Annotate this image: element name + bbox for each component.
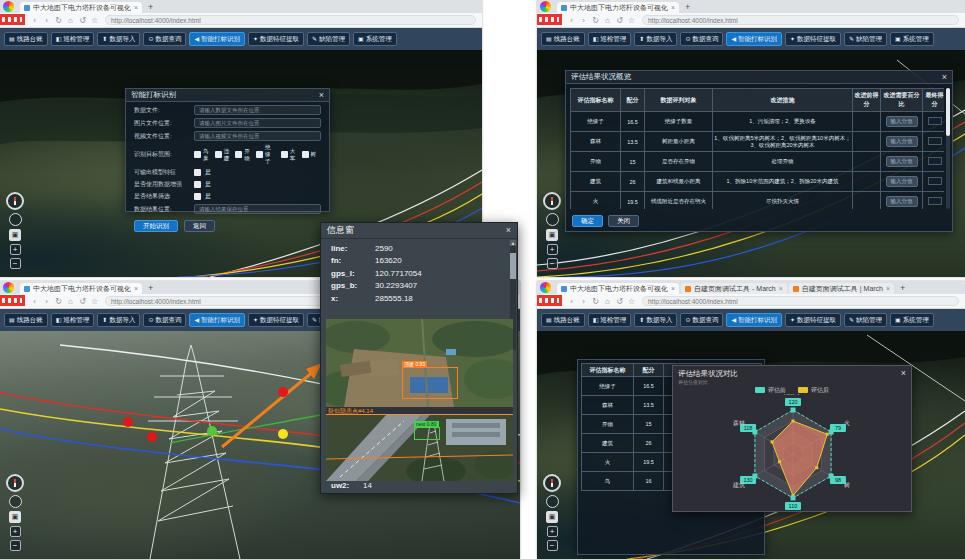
orbit-control[interactable] [9, 213, 22, 226]
toolbar-button-5[interactable]: ◀智能打标识别 [189, 313, 245, 327]
toolbar-button-6[interactable]: ✦数据特征提取 [248, 32, 304, 46]
tab-close-icon[interactable]: × [134, 285, 138, 292]
toolbar-button-3[interactable]: ⬆数据导入 [634, 32, 677, 46]
orbit-control[interactable] [9, 495, 22, 508]
home-icon[interactable]: ⌂ [66, 16, 75, 25]
toolbar-button-1[interactable]: ▤线路台账 [4, 32, 48, 46]
inspection-photo-construction[interactable]: 违建 0.93 [326, 319, 513, 407]
inspection-photo-road[interactable]: nest 0.80 [326, 415, 513, 481]
toolbar-button-1[interactable]: ▤线路台账 [541, 32, 585, 46]
url-bar[interactable]: http://localhost:4000/index.html [105, 15, 476, 25]
toolbar-button-2[interactable]: ◧巡检管理 [588, 32, 632, 46]
browser-profile-icon[interactable] [540, 1, 551, 12]
toolbar-button-6[interactable]: ✦数据特征提取 [248, 313, 304, 327]
undo-icon[interactable]: ↺ [615, 16, 624, 25]
forward-icon[interactable]: › [42, 297, 51, 306]
compass-control[interactable] [6, 474, 24, 492]
toolbar-button-3[interactable]: ⬆数据导入 [634, 313, 677, 327]
toolbar-button-4[interactable]: ⊙数据查询 [143, 313, 186, 327]
confirm-button[interactable]: 确定 [572, 215, 603, 227]
checkbox[interactable] [194, 193, 201, 200]
new-tab-button[interactable]: + [900, 283, 905, 293]
checkbox[interactable] [281, 151, 288, 158]
final-score-box[interactable] [928, 137, 942, 145]
toolbar-button-2[interactable]: ◧巡检管理 [51, 32, 95, 46]
browser-tab[interactable]: 中大地图下电力塔杆设备可视化× [557, 283, 679, 294]
undo-icon[interactable]: ↺ [78, 16, 87, 25]
bookmark-star-icon[interactable]: ☆ [90, 297, 99, 306]
toolbar-button-8[interactable]: ▣系统管理 [890, 313, 934, 327]
toolbar-button-6[interactable]: ✦数据特征提取 [785, 32, 841, 46]
orbit-control[interactable] [546, 495, 559, 508]
field-input[interactable]: 请输入视频文件所在位置 [194, 131, 321, 141]
home-icon[interactable]: ⌂ [603, 16, 612, 25]
score-input[interactable]: 输入分值 [886, 116, 918, 127]
undo-icon[interactable]: ↺ [78, 297, 87, 306]
back-icon[interactable]: ‹ [30, 297, 39, 306]
toolbar-button-3[interactable]: ⬆数据导入 [97, 32, 140, 46]
reload-icon[interactable]: ↻ [591, 297, 600, 306]
tilt-control[interactable]: ▣ [546, 511, 558, 523]
close-icon[interactable]: × [506, 226, 511, 235]
zoom-out-button[interactable]: − [10, 540, 21, 551]
toolbar-button-2[interactable]: ◧巡检管理 [51, 313, 95, 327]
toolbar-button-7[interactable]: ✎缺陷管理 [307, 32, 350, 46]
toolbar-button-5[interactable]: ◀智能打标识别 [726, 313, 782, 327]
checkbox[interactable] [194, 151, 201, 158]
score-input[interactable]: 输入分值 [886, 176, 918, 187]
new-tab-button[interactable]: + [685, 2, 690, 12]
close-icon[interactable]: × [942, 73, 947, 82]
final-score-box[interactable] [928, 177, 942, 185]
score-input[interactable]: 输入分值 [886, 136, 918, 147]
defect-marker-yellow[interactable] [278, 429, 288, 439]
tilt-control[interactable]: ▣ [9, 511, 21, 523]
close-button[interactable]: 关闭 [608, 215, 639, 227]
bookmark-star-icon[interactable]: ☆ [627, 16, 636, 25]
final-score-box[interactable] [928, 157, 942, 165]
zoom-out-button[interactable]: − [10, 258, 21, 269]
checkbox[interactable] [302, 151, 309, 158]
back-icon[interactable]: ‹ [567, 16, 576, 25]
tilt-control[interactable]: ▣ [9, 229, 21, 241]
toolbar-button-4[interactable]: ⊙数据查询 [143, 32, 186, 46]
back-icon[interactable]: ‹ [567, 297, 576, 306]
toolbar-button-5[interactable]: ◀智能打标识别 [726, 32, 782, 46]
toolbar-button-3[interactable]: ⬆数据导入 [97, 313, 140, 327]
compass-control[interactable] [543, 192, 561, 210]
checkbox[interactable] [215, 151, 222, 158]
browser-tab[interactable]: 自建页面调试工具 | March× [789, 283, 894, 294]
back-icon[interactable]: ‹ [30, 16, 39, 25]
url-bar[interactable]: http://localhost:4000/index.html [642, 15, 959, 25]
zoom-in-button[interactable]: + [10, 244, 21, 255]
table-scrollbar[interactable] [946, 88, 950, 209]
defect-marker-red[interactable] [123, 417, 133, 427]
compass-control[interactable] [543, 474, 561, 492]
tab-close-icon[interactable]: × [779, 285, 783, 292]
tab-close-icon[interactable]: × [671, 285, 675, 292]
checkbox[interactable] [194, 169, 201, 176]
zoom-in-button[interactable]: + [547, 526, 558, 537]
tab-close-icon[interactable]: × [886, 285, 890, 292]
bookmark-star-icon[interactable]: ☆ [90, 16, 99, 25]
close-icon[interactable]: × [901, 369, 906, 378]
score-input[interactable]: 输入分值 [886, 156, 918, 167]
browser-tab[interactable]: 中大地图下电力塔杆设备可视化× [20, 283, 142, 294]
new-tab-button[interactable]: + [148, 283, 153, 293]
home-icon[interactable]: ⌂ [66, 297, 75, 306]
toolbar-button-8[interactable]: ▣系统管理 [353, 32, 397, 46]
browser-profile-icon[interactable] [3, 282, 14, 293]
zoom-in-button[interactable]: + [547, 244, 558, 255]
toolbar-button-1[interactable]: ▤线路台账 [4, 313, 48, 327]
browser-tab[interactable]: 中大地图下电力塔杆设备可视化× [557, 2, 679, 13]
tab-close-icon[interactable]: × [134, 4, 138, 11]
tilt-control[interactable]: ▣ [546, 229, 558, 241]
undo-icon[interactable]: ↺ [615, 297, 624, 306]
reload-icon[interactable]: ↻ [591, 16, 600, 25]
defect-marker-green[interactable] [207, 426, 217, 436]
zoom-in-button[interactable]: + [10, 526, 21, 537]
score-input[interactable]: 输入分值 [886, 196, 918, 207]
bookmark-star-icon[interactable]: ☆ [627, 297, 636, 306]
reload-icon[interactable]: ↻ [54, 16, 63, 25]
url-bar[interactable]: http://localhost:4000/index.html [642, 296, 959, 306]
browser-profile-icon[interactable] [3, 1, 14, 12]
